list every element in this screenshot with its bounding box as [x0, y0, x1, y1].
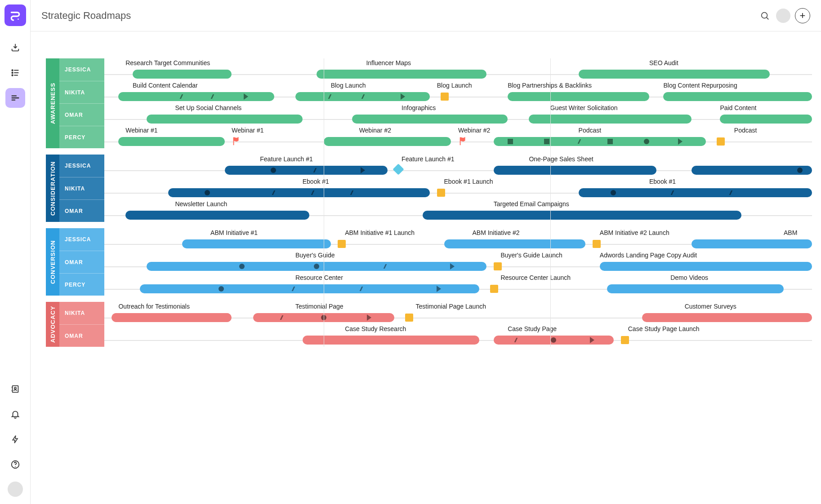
timeline-row: Ebook #1Ebook #1 LaunchEbook #1: [104, 177, 812, 199]
timeline-divider: [550, 58, 551, 347]
bar-label: SEO Audit: [649, 59, 678, 66]
milestone-diamond[interactable]: [393, 164, 404, 175]
swimlane-person[interactable]: NIKITA: [59, 177, 104, 199]
group-header[interactable]: CONSIDERATION: [46, 155, 59, 222]
roadmap-bar[interactable]: [529, 115, 692, 124]
bolt-icon[interactable]: [5, 429, 25, 449]
bar-label: Webinar #2: [458, 127, 490, 134]
group-header[interactable]: ADVOCACY: [46, 302, 59, 347]
roadmap-bar[interactable]: [324, 137, 451, 146]
roadmap-bar[interactable]: [112, 313, 232, 322]
roadmap-bar[interactable]: [692, 166, 812, 175]
bar-label: Guest Writer Solicitation: [550, 104, 618, 111]
user-avatar[interactable]: [776, 9, 790, 23]
roadmap-bar[interactable]: [317, 70, 486, 79]
swimlane-person[interactable]: OMAR: [59, 324, 104, 347]
milestone-square[interactable]: [494, 262, 502, 270]
roadmap-bar[interactable]: [642, 313, 812, 322]
timeline-icon[interactable]: [5, 88, 25, 108]
bar-label: Research Target Communities: [125, 59, 210, 66]
roadmap-bar[interactable]: [352, 115, 508, 124]
roadmap-bar[interactable]: [423, 211, 741, 220]
roadmap-bar[interactable]: [140, 284, 480, 293]
roadmap-bar[interactable]: [444, 239, 586, 248]
bell-icon[interactable]: [5, 404, 25, 424]
roadmap-bar[interactable]: [579, 70, 770, 79]
roadmap-bar[interactable]: [303, 336, 480, 345]
bar-label: Podcast: [579, 127, 602, 134]
svg-point-0: [18, 18, 19, 20]
timeline-row: Outreach for TestimonialsTestimonial Pag…: [104, 302, 812, 324]
milestone-square[interactable]: [717, 137, 725, 146]
add-button[interactable]: +: [795, 8, 810, 23]
milestone-square[interactable]: [441, 93, 449, 101]
bar-label: Paid Content: [720, 104, 756, 111]
roadmap-bar[interactable]: [508, 92, 649, 101]
contacts-icon[interactable]: [5, 379, 25, 399]
roadmap-bar[interactable]: [125, 211, 309, 220]
bar-label: Resource Center: [295, 274, 343, 281]
topbar: Strategic Roadmaps +: [31, 0, 821, 31]
swimlane-person[interactable]: OMAR: [59, 251, 104, 273]
list-icon[interactable]: [5, 63, 25, 83]
roadmap-bar[interactable]: [182, 239, 331, 248]
roadmap-bar[interactable]: [600, 262, 812, 271]
bar-label: One-Page Sales Sheet: [529, 155, 593, 163]
roadmap-bar[interactable]: [118, 137, 224, 146]
swimlane-person[interactable]: PERCY: [59, 273, 104, 296]
roadmap-bar[interactable]: [494, 166, 656, 175]
swimlane-person[interactable]: JESSICA: [59, 58, 104, 81]
bar-label: Blog Partnerships & Backlinks: [508, 82, 592, 89]
roadmap-bar[interactable]: [663, 92, 812, 101]
roadmap-bar[interactable]: [579, 188, 812, 197]
milestone-square[interactable]: [490, 285, 498, 293]
app-logo[interactable]: [4, 4, 26, 26]
group-header[interactable]: AWARENESS: [46, 58, 59, 148]
help-icon[interactable]: [5, 455, 25, 474]
roadmap-bar[interactable]: [720, 115, 812, 124]
milestone-square[interactable]: [437, 189, 445, 197]
bar-label: Feature Launch #1: [260, 155, 313, 163]
bar-label: Blog Launch: [437, 82, 472, 89]
search-icon[interactable]: [757, 8, 772, 23]
inbox-icon[interactable]: [5, 38, 25, 57]
milestone-square[interactable]: [621, 336, 629, 344]
roadmap-bar[interactable]: [147, 115, 302, 124]
milestone-square[interactable]: [593, 240, 601, 248]
bar-label: Ebook #1 Launch: [444, 178, 493, 185]
roadmap-bar[interactable]: [494, 137, 706, 146]
swimlane-person[interactable]: NIKITA: [59, 302, 104, 324]
roadmap-bar[interactable]: [692, 239, 812, 248]
bar-label: Customer Surveys: [685, 303, 736, 310]
bar-label: Targeted Email Campaigns: [494, 200, 569, 208]
swimlane-person[interactable]: NIKITA: [59, 81, 104, 103]
svg-line-17: [767, 17, 769, 19]
bar-label: Case Study Page: [508, 325, 557, 332]
bar-label: Influencer Maps: [366, 59, 411, 66]
swimlane-person[interactable]: PERCY: [59, 126, 104, 148]
group-header[interactable]: CONVERSION: [46, 228, 59, 296]
roadmap-bar[interactable]: [147, 262, 486, 271]
left-nav: [0, 0, 31, 504]
roadmap-bar[interactable]: [607, 284, 784, 293]
user-avatar-small[interactable]: [8, 482, 23, 497]
swimlane-person[interactable]: JESSICA: [59, 228, 104, 251]
swimlane-person[interactable]: JESSICA: [59, 155, 104, 177]
swimlane-person[interactable]: OMAR: [59, 103, 104, 126]
roadmap-bar[interactable]: [295, 92, 430, 101]
milestone-flag[interactable]: [458, 136, 468, 148]
roadmap-bar[interactable]: [225, 166, 388, 175]
roadmap-bar[interactable]: [133, 70, 232, 79]
bar-label: Buyer's Guide: [295, 252, 335, 259]
milestone-square[interactable]: [338, 240, 346, 248]
roadmap-bar[interactable]: [118, 92, 274, 101]
bar-label: Resource Center Launch: [500, 274, 571, 281]
milestone-square[interactable]: [405, 314, 413, 322]
roadmap-bar[interactable]: [168, 188, 430, 197]
swimlane-person[interactable]: OMAR: [59, 199, 104, 222]
milestone-flag[interactable]: [232, 136, 241, 148]
bar-label: Demo Videos: [670, 274, 708, 281]
bar-label: ABM Initiative #1 Launch: [345, 229, 415, 236]
roadmap-bar[interactable]: [494, 336, 614, 345]
timeline-row: Case Study ResearchCase Study PageCase S…: [104, 324, 812, 347]
